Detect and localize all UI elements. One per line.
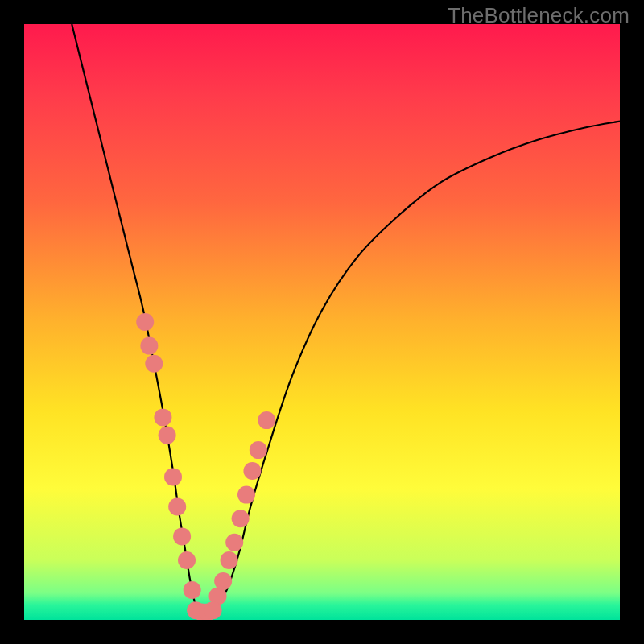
watermark-text: TheBottleneck.com [448, 3, 630, 28]
data-point [145, 355, 163, 373]
data-point [250, 441, 267, 459]
data-point [154, 408, 171, 426]
data-point [159, 427, 176, 444]
plot-area [24, 24, 620, 620]
data-point [214, 572, 232, 590]
chart-frame: TheBottleneck.com [0, 0, 644, 644]
data-point [258, 411, 275, 429]
data-point [178, 551, 196, 569]
data-point [225, 534, 243, 551]
chart-svg [24, 24, 620, 620]
data-point [243, 462, 261, 480]
data-point [168, 497, 186, 515]
data-point [221, 551, 238, 569]
gradient-background [24, 24, 620, 620]
data-point [232, 510, 250, 527]
data-point [204, 601, 222, 619]
data-point [164, 468, 182, 485]
data-point [136, 313, 154, 331]
data-point [140, 337, 158, 355]
data-point [184, 581, 201, 599]
data-point [173, 527, 191, 545]
data-point [237, 486, 255, 504]
